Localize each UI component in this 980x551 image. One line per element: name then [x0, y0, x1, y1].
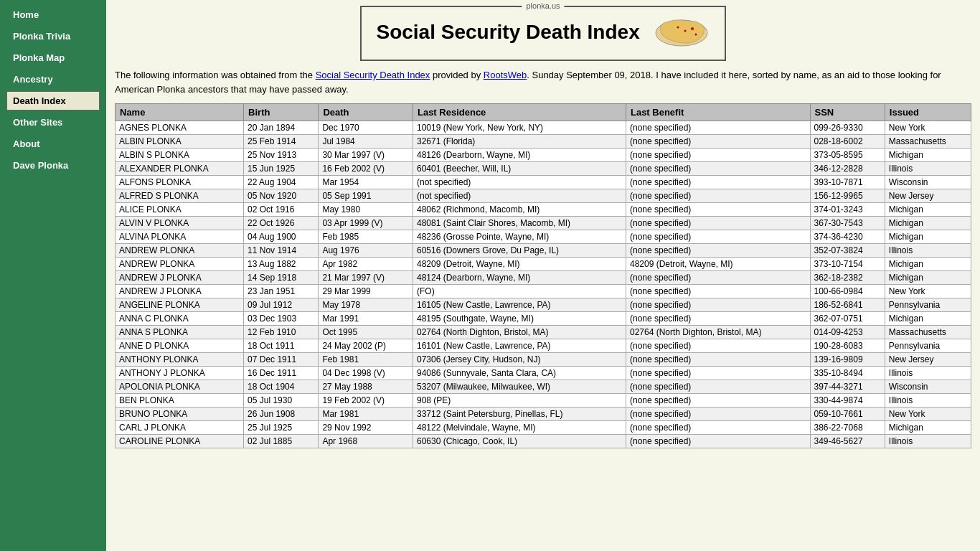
cell-last-benefit: (none specified) — [626, 244, 810, 258]
cell-issued: Wisconsin — [885, 380, 971, 394]
cell-birth: 03 Dec 1903 — [244, 312, 319, 326]
cell-birth: 22 Aug 1904 — [244, 176, 319, 189]
column-header-last-residence: Last Residence — [413, 104, 626, 121]
column-header-death: Death — [319, 104, 413, 121]
cell-last-residence: 10019 (New York, New York, NY) — [413, 121, 626, 135]
cell-name: ANDREW J PLONKA — [116, 271, 244, 285]
cell-last-benefit: (none specified) — [626, 394, 810, 408]
cell-last-residence: 16101 (New Castle, Lawrence, PA) — [413, 339, 626, 353]
sidebar-item-about[interactable]: About — [6, 134, 100, 154]
cell-ssn: 186-52-6841 — [810, 298, 885, 312]
table-row: ANDREW J PLONKA14 Sep 191821 Mar 1997 (V… — [116, 271, 971, 285]
page-title: Social Security Death Index — [376, 21, 710, 43]
cell-ssn: 374-01-3243 — [810, 203, 885, 217]
cell-death: 29 Mar 1999 — [319, 285, 413, 298]
cell-last-residence: 48209 (Detroit, Wayne, MI) — [413, 258, 626, 271]
cell-death: May 1978 — [319, 298, 413, 312]
cell-issued: New Jersey — [885, 189, 971, 203]
cell-ssn: 393-10-7871 — [810, 176, 885, 189]
cell-ssn: 346-12-2828 — [810, 162, 885, 176]
cell-last-residence: (not specified) — [413, 176, 626, 189]
sidebar-item-plonka-trivia[interactable]: Plonka Trivia — [6, 27, 100, 46]
cell-name: ALFRED S PLONKA — [116, 189, 244, 203]
cell-death: 29 Nov 1992 — [319, 421, 413, 435]
cell-birth: 11 Nov 1914 — [244, 244, 319, 258]
cell-birth: 20 Jan 1894 — [244, 121, 319, 135]
cell-birth: 07 Dec 1911 — [244, 353, 319, 367]
table-row: ALVINA PLONKA04 Aug 1900Feb 198548236 (G… — [116, 230, 971, 244]
cell-ssn: 397-44-3271 — [810, 380, 885, 394]
cell-birth: 23 Jan 1951 — [244, 285, 319, 298]
cell-last-residence: 02764 (North Dighton, Bristol, MA) — [413, 326, 626, 339]
cell-death: Dec 1970 — [319, 121, 413, 135]
cell-last-benefit: (none specified) — [626, 149, 810, 162]
sidebar-item-ancestry[interactable]: Ancestry — [6, 70, 100, 89]
cell-issued: Michigan — [885, 149, 971, 162]
table-row: ANNA S PLONKA12 Feb 1910Oct 199502764 (N… — [116, 326, 971, 339]
cell-ssn: 100-66-0984 — [810, 285, 885, 298]
cell-death: 04 Dec 1998 (V) — [319, 367, 413, 380]
sidebar-item-home[interactable]: Home — [6, 5, 100, 24]
cell-issued: New Jersey — [885, 353, 971, 367]
death-index-table: NameBirthDeathLast ResidenceLast Benefit… — [115, 103, 971, 448]
cell-death: 30 Mar 1997 (V) — [319, 149, 413, 162]
cell-last-residence: 32671 (Florida) — [413, 135, 626, 149]
table-row: ALBIN S PLONKA25 Nov 191330 Mar 1997 (V)… — [116, 149, 971, 162]
cell-death: Mar 1981 — [319, 408, 413, 421]
cell-birth: 02 Jul 1885 — [244, 435, 319, 448]
sidebar-item-death-index[interactable]: Death Index — [6, 91, 100, 110]
cell-birth: 22 Oct 1926 — [244, 217, 319, 230]
cell-death: 24 May 2002 (P) — [319, 339, 413, 353]
cell-last-benefit: (none specified) — [626, 189, 810, 203]
cell-last-benefit: (none specified) — [626, 353, 810, 367]
cell-name: ALBIN PLONKA — [116, 135, 244, 149]
cell-name: ANNA S PLONKA — [116, 326, 244, 339]
cell-death: Feb 1981 — [319, 353, 413, 367]
cell-issued: New York — [885, 285, 971, 298]
cell-ssn: 190-28-6083 — [810, 339, 885, 353]
table-row: CARL J PLONKA25 Jul 192529 Nov 199248122… — [116, 421, 971, 435]
sidebar-item-dave-plonka[interactable]: Dave Plonka — [6, 156, 100, 175]
table-row: ALICE PLONKA02 Oct 1916May 198048062 (Ri… — [116, 203, 971, 217]
cell-birth: 13 Aug 1882 — [244, 258, 319, 271]
cell-ssn: 373-05-8595 — [810, 149, 885, 162]
cell-name: ALICE PLONKA — [116, 203, 244, 217]
cell-last-residence: 53207 (Milwaukee, Milwaukee, WI) — [413, 380, 626, 394]
cell-birth: 12 Feb 1910 — [244, 326, 319, 339]
cell-last-benefit: (none specified) — [626, 298, 810, 312]
cell-last-residence: 908 (PE) — [413, 394, 626, 408]
cell-last-benefit: (none specified) — [626, 367, 810, 380]
cell-issued: Wisconsin — [885, 176, 971, 189]
cell-issued: Michigan — [885, 203, 971, 217]
cell-death: May 1980 — [319, 203, 413, 217]
cell-issued: Illinois — [885, 162, 971, 176]
cell-last-residence: 60630 (Chicago, Cook, IL) — [413, 435, 626, 448]
cell-name: ANDREW PLONKA — [116, 244, 244, 258]
svg-point-5 — [694, 34, 697, 36]
table-row: BEN PLONKA05 Jul 193019 Feb 2002 (V)908 … — [116, 394, 971, 408]
cell-last-residence: 48081 (Saint Clair Shores, Macomb, MI) — [413, 217, 626, 230]
table-row: ALFRED S PLONKA05 Nov 192005 Sep 1991(no… — [116, 189, 971, 203]
cell-last-benefit: 02764 (North Dighton, Bristol, MA) — [626, 326, 810, 339]
rootsweb-link[interactable]: RootsWeb — [484, 70, 527, 80]
sidebar-item-plonka-map[interactable]: Plonka Map — [6, 48, 100, 67]
cell-ssn: 374-36-4230 — [810, 230, 885, 244]
cell-death: 05 Sep 1991 — [319, 189, 413, 203]
table-row: APOLONIA PLONKA18 Oct 190427 May 1988532… — [116, 380, 971, 394]
cell-ssn: 014-09-4253 — [810, 326, 885, 339]
cell-last-benefit: (none specified) — [626, 435, 810, 448]
cell-death: Aug 1976 — [319, 244, 413, 258]
ssdi-link[interactable]: Social Security Death Index — [316, 70, 430, 80]
cell-ssn: 330-44-9874 — [810, 394, 885, 408]
cell-birth: 09 Jul 1912 — [244, 298, 319, 312]
cell-issued: Pennsylvania — [885, 298, 971, 312]
cell-birth: 26 Jun 1908 — [244, 408, 319, 421]
sidebar-item-other-sites[interactable]: Other Sites — [6, 113, 100, 132]
table-row: ALFONS PLONKA22 Aug 1904Mar 1954(not spe… — [116, 176, 971, 189]
cell-ssn: 028-18-6002 — [810, 135, 885, 149]
cell-name: ANNA C PLONKA — [116, 312, 244, 326]
table-body: AGNES PLONKA20 Jan 1894Dec 197010019 (Ne… — [116, 121, 971, 448]
table-row: ANTHONY J PLONKA16 Dec 191104 Dec 1998 (… — [116, 367, 971, 380]
cell-last-residence: (not specified) — [413, 189, 626, 203]
cell-last-benefit: (none specified) — [626, 285, 810, 298]
